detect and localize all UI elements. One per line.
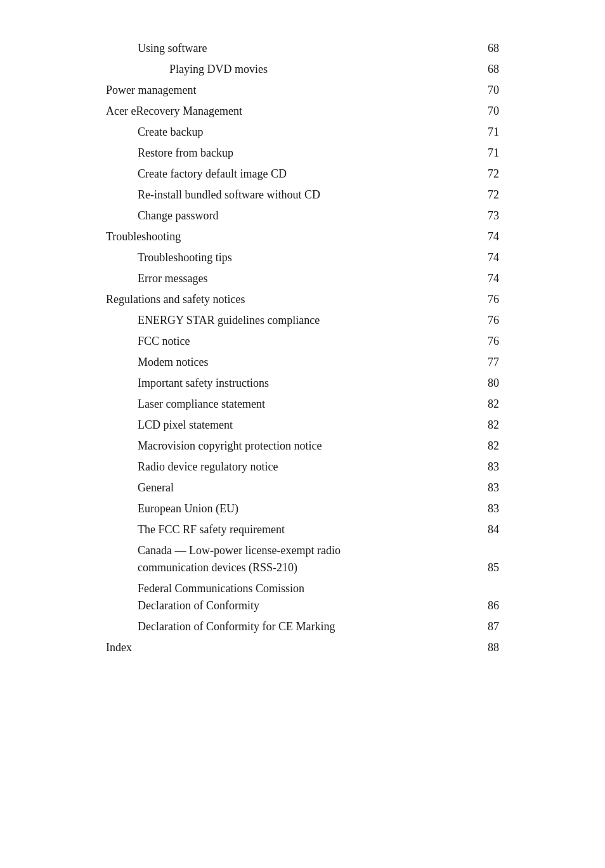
toc-page-number: 72 — [440, 164, 499, 185]
toc-label: Troubleshooting tips — [106, 247, 440, 268]
toc-row: Macrovision copyright protection notice8… — [106, 436, 499, 457]
toc-label: Re-install bundled software without CD — [106, 185, 440, 205]
toc-row: Playing DVD movies68 — [106, 59, 499, 80]
toc-page-number: 72 — [440, 185, 499, 205]
toc-page-number: 83 — [440, 457, 499, 477]
toc-row: Acer eRecovery Management70 — [106, 101, 499, 122]
toc-page-number: 74 — [440, 268, 499, 289]
toc-page-number: 76 — [440, 331, 499, 352]
toc-page-number: 88 — [440, 637, 499, 658]
toc-row: ENERGY STAR guidelines compliance76 — [106, 310, 499, 331]
toc-label: The FCC RF safety requirement — [106, 519, 440, 540]
toc-label: ENERGY STAR guidelines compliance — [106, 310, 440, 331]
toc-row: Error messages74 — [106, 268, 499, 289]
toc-row: Modem notices77 — [106, 352, 499, 373]
toc-label: Federal Communications ComissionDeclarat… — [106, 578, 440, 616]
toc-page-number: 87 — [440, 616, 499, 637]
toc-page-number: 68 — [440, 59, 499, 80]
toc-label: Playing DVD movies — [106, 59, 440, 80]
toc-row: Important safety instructions80 — [106, 373, 499, 394]
toc-page-number: 71 — [440, 143, 499, 164]
toc-label: Change password — [106, 205, 440, 226]
page-container: Using software68Playing DVD movies68Powe… — [81, 25, 524, 843]
toc-label: FCC notice — [106, 331, 440, 352]
toc-label: Index — [106, 637, 440, 658]
toc-label: Modem notices — [106, 352, 440, 373]
toc-label: Acer eRecovery Management — [106, 101, 440, 122]
toc-row: Canada — Low-power license-exempt radioc… — [106, 540, 499, 578]
toc-label: European Union (EU) — [106, 498, 440, 519]
toc-table: Using software68Playing DVD movies68Powe… — [106, 38, 499, 658]
toc-page-number: 68 — [440, 38, 499, 59]
toc-row: Index88 — [106, 637, 499, 658]
toc-row: Laser compliance statement82 — [106, 394, 499, 415]
toc-label: LCD pixel statement — [106, 415, 440, 436]
toc-row: Troubleshooting74 — [106, 226, 499, 247]
toc-page-number: 76 — [440, 289, 499, 310]
toc-page-number: 71 — [440, 122, 499, 143]
toc-label: Important safety instructions — [106, 373, 440, 394]
toc-row: Create backup71 — [106, 122, 499, 143]
toc-label: Macrovision copyright protection notice — [106, 436, 440, 457]
toc-label: Troubleshooting — [106, 226, 440, 247]
toc-row: Radio device regulatory notice83 — [106, 457, 499, 477]
toc-page-number: 82 — [440, 394, 499, 415]
toc-label: Create factory default image CD — [106, 164, 440, 185]
toc-page-number: 80 — [440, 373, 499, 394]
toc-page-number: 73 — [440, 205, 499, 226]
toc-page-number: 84 — [440, 519, 499, 540]
toc-row: LCD pixel statement82 — [106, 415, 499, 436]
toc-page-number: 74 — [440, 226, 499, 247]
toc-row: Declaration of Conformity for CE Marking… — [106, 616, 499, 637]
toc-page-number: 70 — [440, 80, 499, 101]
toc-label: Restore from backup — [106, 143, 440, 164]
toc-label: Canada — Low-power license-exempt radioc… — [106, 540, 440, 578]
toc-label: Declaration of Conformity for CE Marking — [106, 616, 440, 637]
toc-label: General — [106, 477, 440, 498]
toc-row: European Union (EU)83 — [106, 498, 499, 519]
toc-page-number: 86 — [440, 578, 499, 616]
toc-row: FCC notice76 — [106, 331, 499, 352]
toc-label: Regulations and safety notices — [106, 289, 440, 310]
toc-page-number: 82 — [440, 415, 499, 436]
toc-label: Power management — [106, 80, 440, 101]
toc-row: The FCC RF safety requirement84 — [106, 519, 499, 540]
toc-page-number: 85 — [440, 540, 499, 578]
toc-row: General83 — [106, 477, 499, 498]
toc-page-number: 74 — [440, 247, 499, 268]
toc-label: Error messages — [106, 268, 440, 289]
toc-label: Using software — [106, 38, 440, 59]
toc-row: Regulations and safety notices76 — [106, 289, 499, 310]
toc-label: Create backup — [106, 122, 440, 143]
toc-label: Radio device regulatory notice — [106, 457, 440, 477]
toc-row: Federal Communications ComissionDeclarat… — [106, 578, 499, 616]
toc-row: Change password73 — [106, 205, 499, 226]
toc-row: Power management70 — [106, 80, 499, 101]
toc-label: Laser compliance statement — [106, 394, 440, 415]
toc-row: Create factory default image CD72 — [106, 164, 499, 185]
toc-page-number: 77 — [440, 352, 499, 373]
toc-row: Restore from backup71 — [106, 143, 499, 164]
toc-row: Using software68 — [106, 38, 499, 59]
toc-row: Troubleshooting tips74 — [106, 247, 499, 268]
toc-page-number: 83 — [440, 498, 499, 519]
toc-page-number: 76 — [440, 310, 499, 331]
toc-page-number: 70 — [440, 101, 499, 122]
toc-page-number: 82 — [440, 436, 499, 457]
toc-row: Re-install bundled software without CD72 — [106, 185, 499, 205]
toc-page-number: 83 — [440, 477, 499, 498]
